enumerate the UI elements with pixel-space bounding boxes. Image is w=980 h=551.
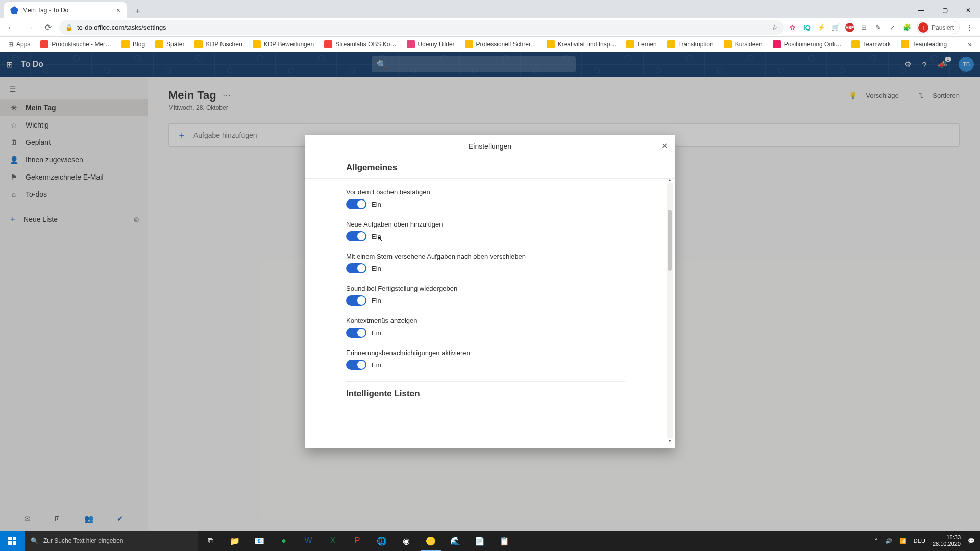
edge-icon[interactable]: 🌊	[443, 531, 468, 551]
new-tab-button[interactable]: +	[131, 4, 145, 18]
tab-title: Mein Tag - To Do	[22, 7, 68, 14]
nav-forward-button[interactable]: →	[22, 20, 37, 35]
browser-tabstrip: Mein Tag - To Do × + — ▢ ✕	[0, 0, 980, 18]
lock-icon: 🔒	[65, 24, 73, 31]
modal-close-button[interactable]: ✕	[661, 141, 668, 151]
tray-notifications-icon[interactable]: 💬	[968, 538, 975, 544]
bookmark-item[interactable]: Später	[151, 38, 188, 51]
bookmark-item[interactable]: Professionell Schrei…	[461, 38, 541, 51]
profile-button[interactable]: T Pausiert	[917, 21, 960, 34]
modal-title: Einstellungen	[469, 142, 511, 151]
bookmark-apps[interactable]: ⊞Apps	[4, 39, 34, 50]
setting-confirm-delete: Vor dem Löschen bestätigen Ein	[346, 188, 625, 209]
notepad-icon[interactable]: 📄	[468, 531, 492, 551]
explorer-icon[interactable]: 📁	[223, 531, 247, 551]
word-icon[interactable]: W	[296, 531, 321, 551]
window-close-button[interactable]: ✕	[957, 2, 980, 18]
excel-icon[interactable]: X	[321, 531, 345, 551]
setting-starred-top: Mit einem Stern versehene Aufgaben nach …	[346, 253, 625, 273]
bookmark-item[interactable]: Positionierung Onli…	[769, 38, 846, 51]
setting-context-menus: Kontextmenüs anzeigen Ein	[346, 317, 625, 338]
mail-taskbar-icon[interactable]: 📧	[247, 531, 272, 551]
bookmark-item[interactable]: Teamwork	[847, 38, 895, 51]
setting-completion-sound: Sound bei Fertigstellung wiedergeben Ein	[346, 285, 625, 306]
modal-scrollbar[interactable]: ▴ ▾	[667, 177, 673, 444]
scroll-down-icon[interactable]: ▾	[667, 438, 673, 444]
windows-taskbar: 🔍 Zur Suche Text hier eingeben ⧉ 📁 📧 ● W…	[0, 531, 980, 551]
taskbar-search-input[interactable]: 🔍 Zur Suche Text hier eingeben	[24, 531, 198, 551]
ext-icon-abp[interactable]: ABP	[845, 23, 854, 32]
tab-close-icon[interactable]: ×	[116, 6, 120, 14]
ext-icon-5[interactable]: ⊞	[860, 23, 869, 32]
ext-icon-3[interactable]: ⚡	[817, 23, 826, 32]
bookmark-item[interactable]: Transkription	[663, 38, 718, 51]
bookmarks-overflow-icon[interactable]: »	[964, 40, 976, 48]
powerpoint-icon[interactable]: P	[345, 531, 370, 551]
browser-menu-icon[interactable]: ⋮	[965, 23, 974, 32]
bookmark-item[interactable]: Produktsuche - Mer…	[36, 38, 115, 51]
toggle-starred-top[interactable]	[346, 263, 366, 273]
address-bar[interactable]: 🔒 to-do.office.com/tasks/settings ☆	[59, 20, 784, 35]
window-maximize-button[interactable]: ▢	[933, 2, 957, 18]
star-icon[interactable]: ☆	[772, 23, 778, 31]
ext-icon-7[interactable]: ⤢	[888, 23, 897, 32]
tray-lang[interactable]: DEU	[914, 538, 925, 544]
tray-volume-icon[interactable]: 🔊	[885, 538, 892, 544]
taskbar-search-placeholder: Zur Suche Text hier eingeben	[43, 537, 124, 544]
bookmark-item[interactable]: Kreativität und Insp…	[543, 38, 621, 51]
extensions-icon[interactable]: 🧩	[902, 23, 912, 32]
search-icon: 🔍	[31, 537, 38, 544]
bookmark-item[interactable]: Teamleading	[897, 38, 951, 51]
tab-favicon	[10, 6, 18, 14]
setting-reminder-notifications: Erinnerungsbenachrichtigungen aktivieren…	[346, 349, 625, 370]
window-minimize-button[interactable]: —	[910, 2, 933, 18]
toggle-context-menus[interactable]	[346, 328, 366, 338]
settings-section-general: Allgemeines	[305, 158, 675, 179]
toggle-reminder-notifications[interactable]	[346, 360, 366, 370]
bookmark-item[interactable]: Blog	[117, 38, 149, 51]
start-button[interactable]	[0, 531, 24, 551]
toggle-confirm-delete[interactable]	[346, 199, 366, 209]
browser-toolbar: ← → ⟳ 🔒 to-do.office.com/tasks/settings …	[0, 18, 980, 37]
bookmark-item[interactable]: KDP Bewertungen	[249, 38, 318, 51]
nav-reload-button[interactable]: ⟳	[41, 20, 55, 35]
tray-clock[interactable]: 15:33 28.10.2020	[933, 534, 961, 547]
chrome-taskbar-icon[interactable]: 🟡	[419, 531, 443, 551]
taskview-icon[interactable]: ⧉	[198, 531, 223, 551]
ext-icon-1[interactable]: ✿	[788, 23, 797, 32]
nav-back-button[interactable]: ←	[4, 20, 18, 35]
bookmark-item[interactable]: KDP Nischen	[190, 38, 246, 51]
ext-icon-6[interactable]: ✎	[874, 23, 883, 32]
bookmark-item[interactable]: Lernen	[622, 38, 660, 51]
app-icon-2[interactable]: 📋	[492, 531, 517, 551]
ext-icon-4[interactable]: 🛒	[831, 23, 840, 32]
settings-section-smart-lists: Intelligente Listen	[346, 381, 625, 405]
url-text: to-do.office.com/tasks/settings	[77, 23, 166, 31]
profile-status: Pausiert	[932, 24, 954, 31]
scroll-up-icon[interactable]: ▴	[667, 177, 673, 183]
bookmark-item[interactable]: Streamlabs OBS Ko…	[320, 38, 400, 51]
setting-new-tasks-top: Neue Aufgaben oben hinzufügen Ein	[346, 220, 625, 241]
obs-icon[interactable]: ◉	[394, 531, 419, 551]
app-icon[interactable]: 🌐	[370, 531, 394, 551]
profile-avatar: T	[918, 22, 928, 33]
bookmark-item[interactable]: Udemy Bilder	[403, 38, 459, 51]
settings-modal: Einstellungen ✕ Allgemeines Vor dem Lösc…	[305, 135, 675, 448]
ext-icon-2[interactable]: IQ	[802, 23, 812, 32]
bookmark-item[interactable]: Kursideen	[720, 38, 767, 51]
scroll-thumb[interactable]	[668, 210, 672, 271]
spotify-icon[interactable]: ●	[272, 531, 296, 551]
tray-chevron-icon[interactable]: ˄	[875, 538, 878, 544]
bookmarks-bar: ⊞Apps Produktsuche - Mer… Blog Später KD…	[0, 37, 980, 52]
browser-tab[interactable]: Mein Tag - To Do ×	[4, 2, 127, 18]
tray-wifi-icon[interactable]: 📶	[899, 538, 906, 544]
toggle-completion-sound[interactable]	[346, 295, 366, 306]
toggle-new-tasks-top[interactable]	[346, 231, 366, 241]
